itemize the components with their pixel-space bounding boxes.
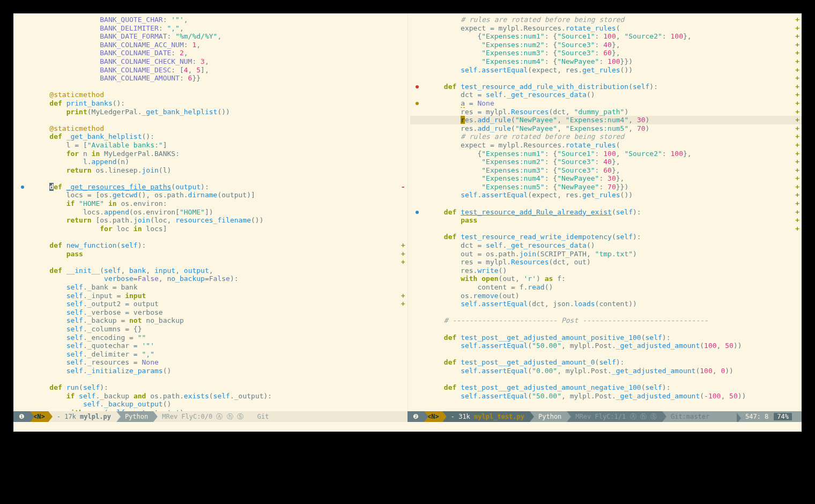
code-line[interactable]: self._input = input+	[16, 292, 408, 300]
code-line[interactable]: for n in MyLedgerPal.BANKS:	[16, 150, 408, 158]
code-line[interactable]: # ------------------------- Post -------…	[410, 316, 802, 325]
code-line[interactable]: BANK_DELIMITER: ",",	[16, 24, 408, 33]
code-line[interactable]: self.assertEqual(dct, json.loads(content…	[410, 300, 802, 308]
code-line[interactable]: self._quotechar = '"'	[16, 342, 408, 350]
code-line[interactable]: +	[16, 258, 408, 266]
code-line[interactable]	[16, 233, 408, 241]
code-line[interactable]: def _get_bank_helplist():	[16, 132, 408, 141]
code-line[interactable]: def new_function(self):+	[16, 241, 408, 250]
code-line[interactable]: l = ["Available banks:"]	[16, 141, 408, 150]
code-line[interactable]: +	[410, 199, 802, 208]
modeline-left[interactable]: ❶ <N> - 17k mylpl.py Python MRev FlyC:0/…	[13, 411, 408, 422]
code-line[interactable]	[16, 174, 408, 183]
code-line[interactable]: l.append(n)	[16, 158, 408, 166]
code-line[interactable]: "Expenses:num4": {"NewPayee": 100}})+	[410, 57, 802, 66]
code-line[interactable]	[410, 375, 802, 384]
code-line[interactable]: "Expenses:num4": {"NewPayee": 30},+	[410, 174, 802, 183]
code-line[interactable]: def test_resource_read_write_idempotency…	[410, 233, 802, 241]
code-line[interactable]: self._initialize_params()	[16, 367, 408, 375]
code-line[interactable]: dct = self._get_resources_data()	[410, 241, 802, 250]
code-line[interactable]: def test_resource_add_rule_with_distribu…	[410, 83, 802, 91]
code-line[interactable]: self.assertEqual("0.00", mylpl.Post._get…	[410, 367, 802, 375]
modeline-right[interactable]: ❷ <N> - 31k mylpl_test.py Python MRev Fl…	[408, 411, 802, 422]
code-line[interactable]: self._backup = not no_backup	[16, 316, 408, 325]
code-line[interactable]: pass+	[410, 216, 802, 225]
code-line[interactable]: BANK_COLNAME_DESC: [4, 5],	[16, 66, 408, 75]
code-line[interactable]: if "HOME" in os.environ:	[16, 199, 408, 208]
code-line[interactable]	[410, 325, 802, 333]
code-line[interactable]: def _get_resources_file_paths(output):	[16, 183, 408, 191]
code-line[interactable]: return [os.path.join(loc, resources_file…	[16, 216, 408, 225]
code-line[interactable]: self._columns = {}	[16, 325, 408, 333]
code-line[interactable]: for loc in locs]	[16, 225, 408, 233]
code-line[interactable]: res.write()	[410, 266, 802, 275]
left-code-area[interactable]: BANK_QUOTE_CHAR: '"', BANK_DELIMITER: ",…	[13, 13, 408, 411]
code-line[interactable]: out = os.path.join(SCRIPT_PATH, "tmp.txt…	[410, 250, 802, 258]
code-line[interactable]: self.assertEqual(expect, res.get_rules()…	[410, 66, 802, 75]
code-line[interactable]: "Expenses:num3": {"Source3": 60},+	[410, 49, 802, 57]
code-line[interactable]: def __init__(self, bank, input, output,	[16, 266, 408, 275]
code-line[interactable]: "Expenses:num2": {"Source3": 40},+	[410, 158, 802, 166]
right-pane[interactable]: # rules are rotated before being stored+…	[408, 13, 802, 411]
code-line[interactable]: self._encoding = ""	[16, 333, 408, 342]
code-line[interactable]: self.assertEqual(expect, res.get_rules()…	[410, 191, 802, 199]
code-line[interactable]	[410, 350, 802, 359]
code-line[interactable]: def test_post__get_adjusted_amount_posit…	[410, 333, 802, 342]
code-line[interactable]: self._delimiter = ","	[16, 350, 408, 359]
code-line[interactable]: locs.append(os.environ["HOME"])	[16, 208, 408, 217]
code-line[interactable]: with open(out, 'r') as f:	[410, 275, 802, 283]
code-line[interactable]: a = None+	[410, 99, 802, 108]
code-line[interactable]: BANK_COLNAME_DATE: 2,	[16, 49, 408, 57]
code-line[interactable]: BANK_COLNAME_CHECK_NUM: 3,	[16, 57, 408, 66]
code-line[interactable]: self._bank = bank	[16, 283, 408, 292]
code-line[interactable]: self._resources = None	[16, 358, 408, 367]
code-line[interactable]: "Expenses:num3": {"Source3": 60},+	[410, 166, 802, 175]
code-line[interactable]: "Expenses:num2": {"Source3": 40},+	[410, 41, 802, 49]
right-code-area[interactable]: # rules are rotated before being stored+…	[408, 13, 802, 411]
code-line[interactable]: res = mylpl.Resources(dct, out)	[410, 258, 802, 266]
code-line[interactable]: self._verbose = verbose	[16, 308, 408, 317]
code-line[interactable]: dct = self._get_resources_data()+	[410, 91, 802, 99]
code-line[interactable]: def test_resource_add_Rule_already_exist…	[410, 208, 802, 217]
code-line[interactable]: locs = [os.getcwd(), os.path.dirname(out…	[16, 191, 408, 199]
code-line[interactable]: os.remove(out)	[410, 292, 802, 300]
code-line[interactable]: +	[410, 225, 802, 233]
code-line[interactable]: res = mylpl.Resources(dct, "dummy_path")…	[410, 108, 802, 116]
code-line[interactable]	[410, 400, 802, 409]
code-line[interactable]: return os.linesep.join(l)	[16, 166, 408, 175]
code-line[interactable]: res.add_rule("NewPayee", "Expenses:num4"…	[410, 116, 802, 124]
code-line[interactable]	[16, 116, 408, 124]
code-line[interactable]: def run(self):	[16, 383, 408, 392]
code-line[interactable]: if self._backup and os.path.exists(self.…	[16, 392, 408, 401]
code-line[interactable]: print(MyLedgerPal._get_bank_helplist())	[16, 108, 408, 116]
code-line[interactable]: BANK_COLNAME_ACC_NUM: 1,	[16, 41, 408, 49]
code-line[interactable]: "Expenses:num5": {"NewPayee": 70}})+	[410, 183, 802, 191]
code-line[interactable]: {"Expenses:num1": {"Source1": 100, "Sour…	[410, 150, 802, 158]
code-line[interactable]: res.add_rule("NewPayee", "Expenses:num5"…	[410, 124, 802, 133]
code-line[interactable]	[16, 375, 408, 384]
code-line[interactable]: verbose=False, no_backup=False):	[16, 275, 408, 283]
code-line[interactable]: self.assertEqual("50.00", mylpl.Post._ge…	[410, 392, 802, 401]
code-line[interactable]: def test_post__get_adjusted_amount_0(sel…	[410, 358, 802, 367]
code-line[interactable]: @staticmethod	[16, 91, 408, 99]
code-line[interactable]: {"Expenses:num1": {"Source1": 100, "Sour…	[410, 32, 802, 41]
left-pane[interactable]: BANK_QUOTE_CHAR: '"', BANK_DELIMITER: ",…	[13, 13, 408, 411]
code-line[interactable]: # rules are rotated before being stored+	[410, 16, 802, 24]
code-line[interactable]: def test_post__get_adjusted_amount_negat…	[410, 383, 802, 392]
minibuffer[interactable]	[13, 422, 802, 432]
code-line[interactable]: pass+	[16, 250, 408, 258]
code-line[interactable]: def print_banks():	[16, 99, 408, 108]
code-line[interactable]: expect = mylpl.Resources.rotate_rules(+	[410, 141, 802, 150]
code-line[interactable]: @staticmethod	[16, 124, 408, 133]
code-line[interactable]: BANK_DATE_FORMAT: "%m/%d/%Y",	[16, 32, 408, 41]
code-line[interactable]	[410, 308, 802, 317]
code-line[interactable]: BANK_COLNAME_AMOUNT: 6}}	[16, 74, 408, 83]
code-line[interactable]: self._output2 = output+	[16, 300, 408, 308]
code-line[interactable]: +	[410, 74, 802, 83]
code-line[interactable]	[16, 83, 408, 91]
code-line[interactable]: BANK_QUOTE_CHAR: '"',	[16, 16, 408, 24]
code-line[interactable]: self.assertEqual("50.00", mylpl.Post._ge…	[410, 342, 802, 350]
code-line[interactable]: self._backup_output()	[16, 400, 408, 409]
code-line[interactable]: # rules are rotated before being stored+	[410, 132, 802, 141]
code-line[interactable]: expect = mylpl.Resources.rotate_rules(+	[410, 24, 802, 33]
